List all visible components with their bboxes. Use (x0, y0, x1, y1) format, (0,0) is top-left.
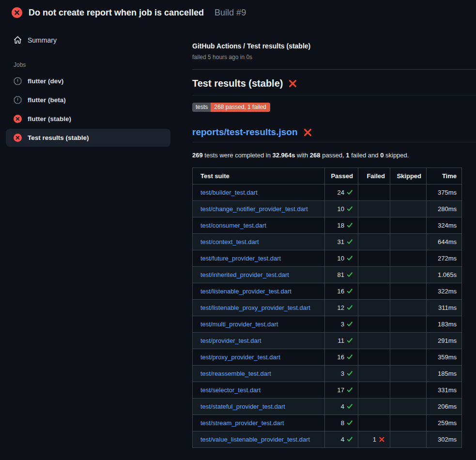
table-row: test/listenable_provider_test.dart 16 32… (193, 283, 462, 300)
passed-cell: 11 (325, 333, 358, 349)
failed-cell (358, 217, 390, 234)
sidebar-item-flutter-beta[interactable]: flutter (beta) (6, 91, 170, 109)
table-row: test/proxy_provider_test.dart 16 359ms (193, 349, 462, 366)
passed-cell: 81 (325, 267, 358, 283)
passed-cell: 3 (325, 366, 358, 382)
test-suite-link[interactable]: test/value_listenable_provider_test.dart (200, 436, 310, 443)
badge-value: 268 passed, 1 failed (211, 103, 270, 112)
skipped-cell (390, 399, 427, 415)
test-suite-link[interactable]: test/stateful_provider_test.dart (200, 403, 285, 410)
test-suite-link[interactable]: test/inherited_provider_test.dart (200, 271, 289, 278)
time-cell: 324ms (427, 217, 462, 234)
check-run-page: Do not create report when job is cancell… (0, 0, 476, 460)
check-icon (347, 239, 353, 245)
sidebar-item-flutter-dev[interactable]: flutter (dev) (6, 72, 170, 90)
skipped-cell (390, 300, 427, 316)
time-cell: 1.065s (427, 267, 462, 283)
test-suite-link[interactable]: test/change_notifier_provider_test.dart (200, 205, 308, 213)
home-icon (14, 36, 22, 44)
failed-cell (358, 283, 390, 300)
col-header-failed: Failed (358, 168, 390, 184)
time-cell: 359ms (427, 349, 462, 366)
passed-cell: 10 (325, 250, 358, 267)
check-icon (347, 305, 353, 311)
test-suite-link[interactable]: test/builder_test.dart (200, 189, 258, 196)
run-status: failed 5 hours ago in 0s (192, 53, 476, 61)
table-row: test/builder_test.dart 24 375ms (193, 184, 462, 201)
test-suite-link[interactable]: test/selector_test.dart (200, 386, 261, 394)
time-cell: 291ms (427, 333, 462, 349)
breadcrumb: GitHub Actions / Test results (stable) (192, 42, 476, 50)
check-icon (347, 403, 353, 410)
job-label: Test results (stable) (28, 134, 89, 141)
failed-cell (358, 349, 390, 366)
skipped-cell (390, 366, 427, 382)
x-circle-icon (14, 134, 22, 142)
skipped-cell (390, 316, 427, 333)
summary-failed: 1 (346, 152, 349, 159)
check-icon (347, 321, 353, 327)
check-icon (347, 337, 353, 344)
check-icon (347, 288, 353, 294)
build-number: Build #9 (215, 8, 246, 18)
failed-cell: 1 (358, 431, 390, 448)
failed-cell (358, 382, 390, 399)
run-title: Do not create report when job is cancell… (29, 8, 204, 18)
test-suite-link[interactable]: test/consumer_test.dart (200, 222, 266, 229)
test-suite-link[interactable]: test/proxy_provider_test.dart (200, 353, 280, 361)
failed-cell (358, 250, 390, 267)
test-suite-link[interactable]: test/multi_provider_test.dart (200, 321, 278, 328)
check-icon (347, 222, 353, 229)
run-failed-icon (12, 7, 22, 18)
failed-cell (358, 201, 390, 217)
failed-cell (358, 415, 390, 431)
skipped-cell (390, 382, 427, 399)
skipped-cell (390, 250, 427, 267)
col-header-time: Time (427, 168, 462, 184)
time-cell: 331ms (427, 382, 462, 399)
skipped-cell (390, 333, 427, 349)
failed-cell (358, 399, 390, 415)
cancelled-icon (14, 77, 22, 85)
passed-cell: 4 (325, 431, 358, 448)
test-suite-link[interactable]: test/future_provider_test.dart (200, 255, 281, 262)
time-cell: 272ms (427, 250, 462, 267)
check-icon (347, 387, 353, 393)
test-suite-link[interactable]: test/reassemble_test.dart (200, 370, 271, 377)
time-cell: 185ms (427, 366, 462, 382)
sidebar-item-flutter-stable[interactable]: flutter (stable) (6, 110, 170, 128)
passed-cell: 4 (325, 399, 358, 415)
check-icon (347, 370, 353, 377)
test-suite-link[interactable]: test/provider_test.dart (200, 337, 261, 344)
check-icon (347, 436, 353, 443)
col-header-test-suite: Test suite (193, 168, 325, 184)
table-row: test/multi_provider_test.dart 3 183ms (193, 316, 462, 333)
time-cell: 259ms (427, 415, 462, 431)
check-title-text: Test results (stable) (192, 77, 283, 89)
failed-cell (358, 333, 390, 349)
table-row: test/stream_provider_test.dart 8 259ms (193, 415, 462, 431)
job-label: flutter (beta) (28, 96, 66, 104)
sidebar-item-summary[interactable]: Summary (0, 32, 184, 48)
red-x-icon (288, 79, 297, 88)
skipped-cell (390, 217, 427, 234)
skipped-cell (390, 415, 427, 431)
test-suite-link[interactable]: test/listenable_proxy_provider_test.dart (200, 304, 310, 311)
sidebar-item-test-results-stable[interactable]: Test results (stable) (6, 129, 170, 147)
passed-cell: 17 (325, 382, 358, 399)
fail-x-icon (379, 436, 385, 443)
report-file-link[interactable]: reports/test-results.json (192, 126, 298, 138)
skipped-cell (390, 201, 427, 217)
test-suite-link[interactable]: test/listenable_provider_test.dart (200, 288, 292, 295)
table-row: test/context_test.dart 31 644ms (193, 234, 462, 250)
test-suite-link[interactable]: test/stream_provider_test.dart (200, 419, 284, 427)
job-label: flutter (dev) (28, 77, 63, 85)
table-row: test/provider_test.dart 11 291ms (193, 333, 462, 349)
time-cell: 322ms (427, 283, 462, 300)
summary-passed: 268 (310, 152, 321, 159)
test-suite-link[interactable]: test/context_test.dart (200, 238, 259, 245)
check-icon (347, 206, 353, 212)
time-cell: 280ms (427, 201, 462, 217)
check-icon (347, 255, 353, 261)
time-cell: 644ms (427, 234, 462, 250)
